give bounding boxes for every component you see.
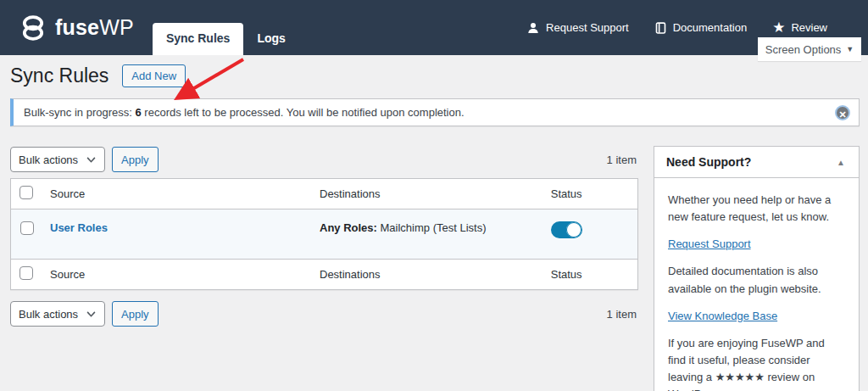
select-all-checkbox-bottom[interactable] xyxy=(19,266,33,280)
need-support-panel: Need Support? ▲ Whether you need help or… xyxy=(654,146,860,391)
row-source-link[interactable]: User Roles xyxy=(50,221,108,234)
chevron-down-icon xyxy=(86,157,96,163)
bulk-actions-label: Bulk actions xyxy=(19,154,78,166)
request-support-link[interactable]: Request Support xyxy=(668,236,751,253)
sync-rules-list-area: Bulk actions Apply 1 item Source Destina… xyxy=(10,146,638,327)
column-header-destinations: Destinations xyxy=(311,179,542,209)
dismiss-notice-icon[interactable]: ✕ xyxy=(835,105,850,120)
item-count-bottom: 1 item xyxy=(607,308,638,321)
nav-documentation[interactable]: Documentation xyxy=(654,21,747,35)
star-icon: ★ xyxy=(772,20,785,35)
notice-text: Bulk-sync in progress: 6 records left to… xyxy=(24,106,465,119)
add-new-button[interactable]: Add New xyxy=(122,64,186,87)
fusewp-logo: fuseWP xyxy=(0,0,146,55)
column-header-source: Source xyxy=(42,179,311,209)
brand-bold: fuse xyxy=(55,15,99,39)
column-footer-status: Status xyxy=(542,260,638,290)
support-paragraph-1: Whether you need help or have a new feat… xyxy=(668,192,845,226)
row-destinations: Any Roles: Mailchimp (Test Lists) xyxy=(311,209,542,260)
collapse-panel-icon[interactable]: ▲ xyxy=(835,156,847,169)
page-head: Sync Rules Add New xyxy=(10,64,860,87)
book-icon xyxy=(654,21,667,35)
bulk-actions-label-bottom: Bulk actions xyxy=(19,308,78,321)
support-paragraph-2: Detailed documentation is also available… xyxy=(668,263,845,297)
chevron-down-icon xyxy=(86,311,96,317)
item-count-top: 1 item xyxy=(607,154,638,166)
row-checkbox[interactable] xyxy=(20,221,34,235)
nav-documentation-label: Documentation xyxy=(673,21,747,34)
column-footer-destinations: Destinations xyxy=(311,260,542,290)
bulk-actions-select-bottom[interactable]: Bulk actions xyxy=(10,301,105,327)
top-toolbar: Bulk actions Apply 1 item xyxy=(10,146,638,173)
chevron-down-icon: ▼ xyxy=(846,45,854,53)
nav-review-label: Review xyxy=(791,21,827,34)
notice-count: 6 xyxy=(136,106,142,119)
tab-sync-rules[interactable]: Sync Rules xyxy=(153,23,243,55)
panel-title: Need Support? xyxy=(666,155,751,169)
column-footer-source: Source xyxy=(42,260,311,290)
nav-review[interactable]: ★ Review xyxy=(772,20,827,35)
bottom-toolbar: Bulk actions Apply 1 item xyxy=(10,300,638,327)
select-all-checkbox[interactable] xyxy=(19,186,33,199)
screen-options-label: Screen Options xyxy=(765,43,842,56)
brand-text: fuseWP xyxy=(55,15,134,40)
apply-button-bottom[interactable]: Apply xyxy=(112,301,159,327)
fusewp-logo-icon xyxy=(19,14,47,42)
need-support-panel-header[interactable]: Need Support? ▲ xyxy=(654,147,859,178)
apply-button[interactable]: Apply xyxy=(112,147,159,172)
top-header: fuseWP Sync Rules Logs Request Support D… xyxy=(0,0,868,55)
toggle-knob xyxy=(566,222,581,237)
table-row: User Roles Any Roles: Mailchimp (Test Li… xyxy=(11,209,638,260)
sync-rules-table: Source Destinations Status User Roles An… xyxy=(10,178,638,290)
table-footer-row: Source Destinations Status xyxy=(11,260,638,290)
support-paragraph-3: If you are enjoying FuseWP and find it u… xyxy=(668,335,845,391)
brand-light: WP xyxy=(99,15,134,39)
bulk-sync-notice: Bulk-sync in progress: 6 records left to… xyxy=(10,98,860,126)
main-tabs: Sync Rules Logs xyxy=(153,0,299,55)
page-title: Sync Rules xyxy=(10,64,108,87)
bulk-actions-select[interactable]: Bulk actions xyxy=(10,147,105,172)
status-toggle[interactable] xyxy=(551,221,582,238)
screen-options-button[interactable]: Screen Options ▼ xyxy=(758,37,861,61)
tab-logs[interactable]: Logs xyxy=(243,23,298,55)
view-knowledge-base-link[interactable]: View Knowledge Base xyxy=(668,308,777,325)
need-support-panel-body: Whether you need help or have a new feat… xyxy=(654,178,859,391)
column-header-status: Status xyxy=(542,179,638,209)
nav-request-support[interactable]: Request Support xyxy=(526,21,629,35)
person-icon xyxy=(526,21,540,35)
nav-request-support-label: Request Support xyxy=(546,21,629,34)
table-header-row: Source Destinations Status xyxy=(11,179,638,209)
